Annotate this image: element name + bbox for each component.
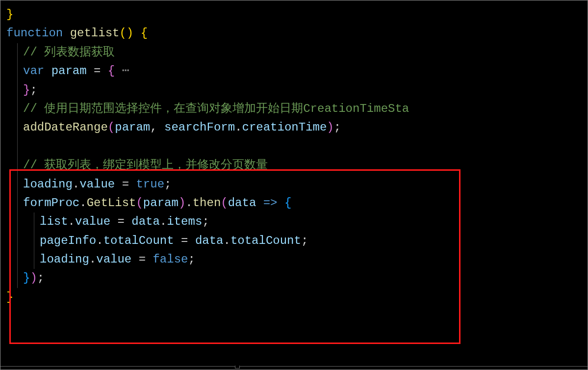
code-line: formProc.GetList(param).then(data => {: [6, 194, 588, 212]
identifier: loading: [40, 253, 89, 266]
identifier: searchForm: [164, 121, 235, 134]
identifier: param: [143, 196, 179, 210]
brace: }: [6, 8, 13, 21]
code-line: // 使用日期范围选择控件，在查询对象增加开始日期CreationTimeSta: [6, 100, 588, 118]
semicolon: ;: [301, 234, 308, 247]
semicolon: ;: [334, 121, 341, 134]
property: totalCount: [103, 234, 174, 247]
code-line: // 列表数据获取: [6, 43, 588, 62]
paren: (: [108, 121, 115, 134]
semicolon: ;: [164, 178, 171, 191]
code-line: // 获取列表，绑定到模型上，并修改分页数量: [6, 156, 588, 175]
identifier: data: [131, 215, 160, 228]
parens: (): [119, 26, 133, 40]
brace: {: [284, 196, 291, 210]
code-line: });: [6, 269, 588, 288]
semicolon: ;: [188, 253, 195, 266]
dot: .: [185, 196, 192, 210]
property: totalCount: [230, 234, 301, 247]
dot: .: [96, 234, 103, 247]
keyword-var: var: [23, 64, 44, 78]
identifier: pageInfo: [40, 234, 96, 247]
identifier: data: [195, 234, 224, 247]
property: items: [167, 215, 202, 228]
dot: .: [73, 178, 79, 191]
brace: }: [23, 83, 30, 97]
function-call: addDateRange: [23, 121, 108, 134]
code-line: loading.value = true;: [6, 175, 588, 194]
code-line-empty: [6, 137, 588, 156]
dot: .: [223, 234, 230, 247]
paren: (: [221, 196, 228, 210]
dot: .: [68, 215, 75, 228]
code-line: }: [6, 5, 588, 24]
literal-false: false: [153, 253, 188, 266]
literal-true: true: [136, 178, 164, 191]
identifier: loading: [23, 178, 73, 191]
code-line: addDateRange(param, searchForm.creationT…: [6, 118, 588, 137]
function-name: getlist: [70, 26, 120, 40]
code-editor: } function getlist() { // 列表数据获取 var par…: [0, 0, 588, 370]
brace: }: [6, 291, 13, 304]
operator: =: [115, 178, 136, 191]
code-line: };: [6, 81, 588, 100]
code-line: loading.value = false;: [6, 250, 588, 269]
semicolon: ;: [202, 215, 209, 228]
paren: ): [327, 121, 333, 134]
operator: =: [174, 234, 195, 247]
property: value: [79, 178, 115, 191]
identifier: formProc: [23, 196, 79, 210]
dot: .: [160, 215, 167, 228]
comma: ,: [150, 121, 164, 134]
semicolon: ;: [30, 83, 37, 97]
identifier: param: [115, 121, 150, 134]
param: data: [228, 196, 256, 210]
operator: =: [110, 215, 131, 228]
comment: // 使用日期范围选择控件，在查询对象增加开始日期CreationTimeSta: [23, 102, 409, 115]
property: creationTime: [242, 121, 327, 134]
paren: (: [136, 196, 143, 210]
code-line: pageInfo.totalCount = data.totalCount;: [6, 232, 588, 250]
brace: {: [133, 26, 148, 40]
dot: .: [235, 121, 242, 134]
paren: ): [179, 196, 185, 210]
brace: {: [108, 64, 115, 78]
editor-bottom-border: [0, 366, 588, 369]
brace: }: [23, 271, 30, 285]
code-line: function getlist() {: [6, 24, 588, 43]
code-line: }: [6, 288, 588, 307]
identifier: list: [40, 215, 68, 228]
comment: // 列表数据获取: [23, 46, 115, 59]
code-line: list.value = data.items;: [6, 212, 588, 231]
dot: .: [79, 196, 86, 210]
dot: .: [89, 253, 96, 266]
property: value: [96, 253, 131, 266]
paren: ): [30, 271, 37, 285]
identifier: param: [51, 64, 87, 78]
semicolon: ;: [37, 271, 44, 285]
comment: // 获取列表，绑定到模型上，并修改分页数量: [23, 159, 268, 172]
method: then: [193, 196, 221, 210]
operator: =: [87, 64, 108, 78]
operator: =: [131, 253, 153, 266]
property: value: [75, 215, 110, 228]
fold-indicator[interactable]: ⋯: [115, 64, 129, 78]
arrow: =>: [256, 196, 284, 210]
method: GetList: [87, 196, 136, 210]
code-line: var param = { ⋯: [6, 62, 588, 80]
keyword-function: function: [6, 26, 63, 40]
